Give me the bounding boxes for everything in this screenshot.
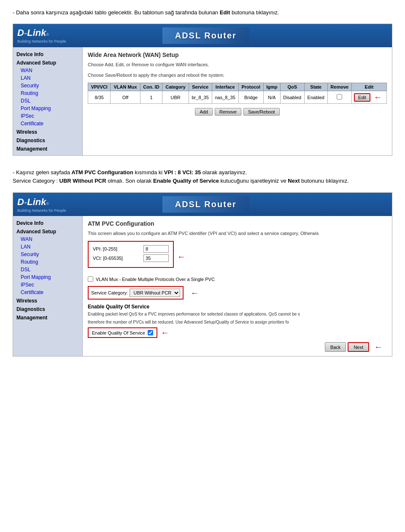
intro-edit-bold: Edit	[220, 9, 230, 16]
sidebar-item-portmapping-1[interactable]: Port Mapping	[13, 105, 82, 112]
main-content-1: Wide Area Network (WAN) Setup Choose Add…	[83, 47, 392, 155]
section2-text: - Kaşınız gelen sayfada ATM PVC Configur…	[13, 168, 392, 186]
col-vlan-mux: VLAN Mux	[111, 83, 140, 91]
edit-arrow-icon: ←	[374, 92, 382, 102]
sidebar-item-wireless-1[interactable]: Wireless	[13, 127, 82, 136]
sidebar2-item-wireless[interactable]: Wireless	[13, 296, 82, 305]
vpi-vci-arrow-icon: ←	[177, 252, 186, 262]
qos-arrow-icon: ←	[161, 328, 169, 338]
sidebar2-item-advanced-setup[interactable]: Advanced Setup	[13, 227, 82, 235]
col-qos: QoS	[280, 83, 304, 91]
sidebar2-item-ipsec[interactable]: IPSec	[13, 281, 82, 289]
remove-button[interactable]: Remove	[215, 108, 241, 116]
cell-protocol: Bridge	[238, 91, 263, 104]
sidebar-item-security-1[interactable]: Security	[13, 82, 82, 89]
sidebar2-item-diagnostics[interactable]: Diagnostics	[13, 305, 82, 313]
qos-title: Enable Quality Of Service	[88, 304, 387, 310]
atm-pvc-desc: This screen allows you to configure an A…	[88, 230, 387, 237]
sidebar-item-routing-1[interactable]: Routing	[13, 89, 82, 97]
qos-checkbox[interactable]	[148, 330, 153, 335]
section2-after: olarak ayarlayınız.	[201, 169, 247, 176]
col-state: State	[304, 83, 327, 91]
cell-category: UBR	[162, 91, 189, 104]
cell-interface: nas_8_35	[212, 91, 238, 104]
action-buttons-1: Add Remove Save/Reboot	[88, 108, 387, 116]
sidebar-item-device-info-1[interactable]: Device Info	[13, 50, 82, 58]
wan-setup-heading: Wide Area Network (WAN) Setup	[88, 51, 387, 58]
vpi-label: VPI: [0-255]	[93, 246, 143, 251]
dlink-tagline-1: Building Networks for People	[17, 39, 66, 43]
sidebar2-item-device-info[interactable]: Device Info	[13, 219, 82, 227]
add-button[interactable]: Add	[195, 108, 213, 116]
service-category-row: Service Category: UBR Without PCR UBR CB…	[88, 286, 387, 300]
edit-button[interactable]: Edit	[354, 93, 370, 102]
dlink-logo-2: D-Link® Building Networks for People	[17, 197, 66, 213]
cell-vlan-mux: Off	[111, 91, 140, 104]
cell-edit[interactable]: Edit ←	[351, 91, 386, 104]
service-category-select[interactable]: UBR Without PCR UBR CBR	[130, 289, 180, 297]
sidebar2-item-dsl[interactable]: DSL	[13, 266, 82, 273]
router-header-1: D-Link® Building Networks for People ADS…	[13, 24, 392, 47]
sidebar-item-advanced-setup-1[interactable]: Advanced Setup	[13, 58, 82, 67]
sidebar2-item-security[interactable]: Security	[13, 251, 82, 258]
sidebar-item-dsl-1[interactable]: DSL	[13, 97, 82, 105]
sidebar-item-diagnostics-1[interactable]: Diagnostics	[13, 136, 82, 144]
cell-qos: Disabled	[280, 91, 304, 104]
dlink-logo-1: D-Link® Building Networks for People	[17, 27, 66, 43]
router-panel-1: D-Link® Building Networks for People ADS…	[13, 24, 392, 156]
sidebar-2: Device Info Advanced Setup WAN LAN Secur…	[13, 216, 83, 356]
sidebar-item-lan-1[interactable]: LAN	[13, 74, 82, 82]
section2-bold1: ATM PVC Configuration	[71, 169, 133, 176]
sidebar2-item-lan[interactable]: LAN	[13, 243, 82, 251]
next-arrow-icon: ←	[374, 342, 383, 352]
intro-text-after: butonuna tıklayınız.	[230, 9, 279, 16]
cell-igmp: N/A	[263, 91, 280, 104]
cell-con-id: 1	[140, 91, 162, 104]
col-edit: Edit	[351, 83, 386, 91]
vpi-field: VPI: [0-255]	[93, 245, 169, 253]
vlan-mux-checkbox[interactable]	[88, 276, 93, 282]
col-vpi-vci: VPI/VCI	[88, 83, 111, 91]
vpi-input[interactable]	[143, 245, 169, 253]
sidebar2-item-routing[interactable]: Routing	[13, 258, 82, 266]
col-remove: Remove	[327, 83, 351, 91]
back-button[interactable]: Back	[325, 342, 346, 352]
col-category: Category	[162, 83, 189, 91]
remove-checkbox[interactable]	[337, 94, 342, 100]
panel1-title: ADSL Router	[162, 27, 249, 44]
sidebar2-item-management[interactable]: Management	[13, 313, 82, 321]
qos-desc-2: therefore the number of PVCs will be red…	[88, 319, 387, 325]
next-button[interactable]: Next	[348, 342, 369, 352]
section2-line2-prefix: Service Category :	[13, 178, 59, 184]
section2-prefix: - Kaşınız gelen sayfada	[13, 169, 71, 176]
router-body-1: Device Info Advanced Setup WAN LAN Secur…	[13, 47, 392, 155]
router-header-2: D-Link® Building Networks for People ADS…	[13, 193, 392, 216]
vlan-mux-label: VLAN Mux - Enable Multiple Protocols Ove…	[96, 277, 215, 282]
cell-remove[interactable]	[327, 91, 351, 104]
sidebar-item-wan-1[interactable]: WAN	[13, 67, 82, 74]
vci-field: VCI: [0-65535]	[93, 254, 169, 262]
table-row: 8/35 Off 1 UBR br_8_35 nas_8_35 Bridge N…	[88, 91, 387, 104]
sidebar-item-management-1[interactable]: Management	[13, 144, 82, 153]
section2-line2-suffix: olmalı. Son olarak	[106, 178, 153, 184]
section2-bold2: VPI : 8 VCI: 35	[164, 169, 201, 176]
dlink-tagline-2: Building Networks for People	[17, 208, 66, 213]
main-content-2: ATM PVC Configuration This screen allows…	[83, 216, 392, 356]
sidebar-item-ipsec-1[interactable]: IPSec	[13, 112, 82, 120]
atm-pvc-heading: ATM PVC Configuration	[88, 220, 387, 227]
col-igmp: Igmp	[263, 83, 280, 91]
sidebar2-item-wan[interactable]: WAN	[13, 235, 82, 243]
save-reboot-button[interactable]: Save/Reboot	[243, 108, 280, 116]
vlan-mux-row: VLAN Mux - Enable Multiple Protocols Ove…	[88, 276, 387, 282]
service-category-box: Service Category: UBR Without PCR UBR CB…	[88, 286, 184, 300]
intro-paragraph-1: - Daha sonra karşınıza aşağıdaki tablo g…	[13, 8, 392, 17]
sidebar-item-certificate-1[interactable]: Certificate	[13, 120, 82, 127]
router-body-2: Device Info Advanced Setup WAN LAN Secur…	[13, 216, 392, 356]
qos-section: Enable Quality Of Service Enabling packe…	[88, 304, 387, 338]
sidebar2-item-portmapping[interactable]: Port Mapping	[13, 273, 82, 281]
sidebar2-item-certificate[interactable]: Certificate	[13, 289, 82, 296]
sidebar-1: Device Info Advanced Setup WAN LAN Secur…	[13, 47, 83, 155]
vci-input[interactable]	[143, 254, 169, 262]
section2-line3-suffix: butonunu tıklayınız.	[300, 178, 348, 184]
qos-desc-1: Enabling packet level QoS for a PVC impr…	[88, 311, 387, 317]
